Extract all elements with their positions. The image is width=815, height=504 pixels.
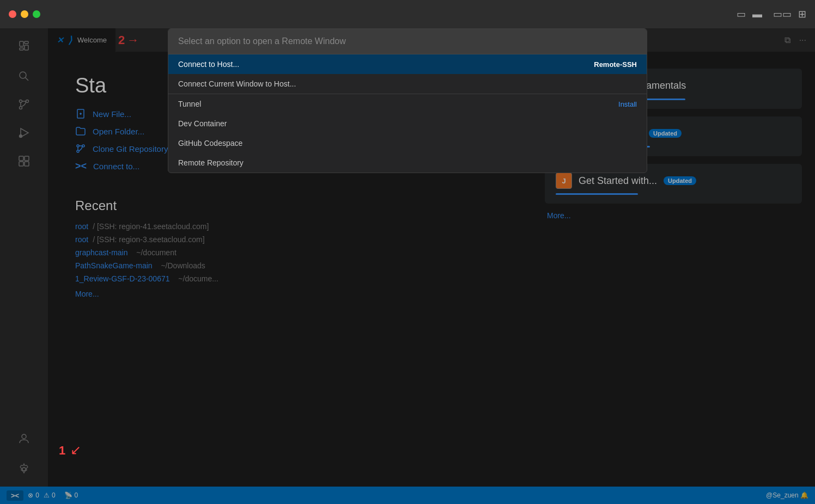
layout-grid-icon[interactable]: ⊞	[798, 8, 806, 20]
command-connect-host-label: Connect to Host...	[178, 60, 239, 69]
command-item-remote-repo[interactable]: Remote Repository	[168, 153, 647, 173]
close-button[interactable]	[9, 10, 16, 18]
command-item-dev-container[interactable]: Dev Container	[168, 114, 647, 133]
command-item-tunnel[interactable]: Tunnel Install	[168, 94, 647, 114]
command-github-codespace-label: GitHub Codespace	[178, 139, 242, 147]
layout-sidebar-icon[interactable]: ▭	[737, 8, 746, 20]
command-item-connect-host[interactable]: Connect to Host... Remote-SSH	[168, 54, 647, 74]
maximize-button[interactable]	[33, 10, 40, 18]
command-connect-host-badge: Remote-SSH	[594, 60, 637, 69]
title-bar-controls: ▭ ▬ ▭▭ ⊞	[737, 8, 806, 20]
layout-split-icon[interactable]: ▭▭	[773, 8, 792, 20]
traffic-lights	[9, 10, 40, 18]
command-palette-input[interactable]	[168, 29, 647, 54]
title-bar: ▭ ▬ ▭▭ ⊞	[0, 0, 815, 28]
command-palette: Connect to Host... Remote-SSH Connect Cu…	[168, 28, 647, 173]
command-remote-repo-label: Remote Repository	[178, 158, 244, 167]
command-palette-overlay[interactable]: Connect to Host... Remote-SSH Connect Cu…	[0, 28, 815, 504]
minimize-button[interactable]	[21, 10, 28, 18]
command-list: Connect to Host... Remote-SSH Connect Cu…	[168, 54, 647, 173]
command-tunnel-label: Tunnel	[178, 100, 201, 108]
command-item-connect-current[interactable]: Connect Current Window to Host...	[168, 74, 647, 94]
annotation-arrow-1: ↙	[70, 442, 81, 457]
layout-panel-icon[interactable]: ▬	[752, 9, 762, 20]
annotation-number-1: 1	[59, 444, 65, 457]
command-connect-current-label: Connect Current Window to Host...	[178, 79, 296, 88]
command-tunnel-badge: Install	[618, 100, 637, 108]
command-item-github-codespace[interactable]: GitHub Codespace	[168, 133, 647, 153]
annotation-1: 1 ↙	[59, 442, 81, 458]
command-dev-container-label: Dev Container	[178, 119, 227, 128]
